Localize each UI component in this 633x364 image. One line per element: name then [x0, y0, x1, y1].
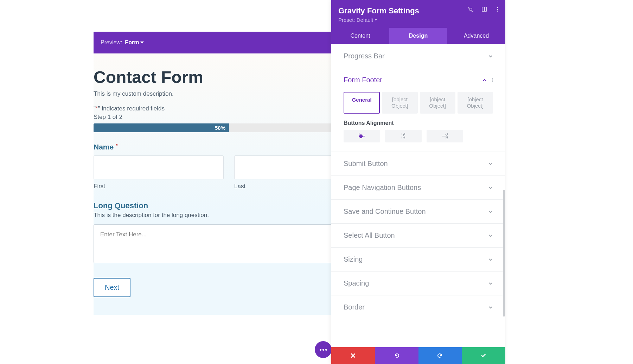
chevron-down-icon	[488, 209, 493, 214]
section-progress-bar[interactable]: Progress Bar	[331, 44, 505, 68]
section-spacing[interactable]: Spacing	[331, 271, 505, 295]
floating-action-button[interactable]	[315, 341, 332, 358]
panel-header-icons	[468, 6, 500, 12]
section-page-navigation-buttons[interactable]: Page Navigation Buttons	[331, 175, 505, 199]
subtab-4[interactable]: [object Object]	[458, 92, 493, 114]
more-options-icon[interactable]	[495, 6, 500, 12]
align-right-button[interactable]	[427, 130, 463, 142]
form-title: Contact Form	[94, 68, 364, 87]
long-question-input[interactable]	[94, 224, 364, 263]
required-fields-note: "*" indicates required fields	[94, 105, 364, 112]
tab-content[interactable]: Content	[331, 28, 389, 44]
save-button[interactable]	[462, 347, 505, 364]
name-row: First Last	[94, 155, 364, 190]
step-indicator: Step 1 of 2	[94, 114, 364, 121]
panel-preset-dropdown[interactable]: Preset: Default	[338, 17, 498, 23]
chevron-down-icon	[488, 185, 493, 190]
redo-button[interactable]	[418, 347, 462, 364]
caret-down-icon	[375, 19, 377, 21]
section-select-all-button[interactable]: Select All Button	[331, 223, 505, 247]
more-options-icon[interactable]	[492, 78, 493, 82]
align-right-icon	[442, 133, 448, 139]
name-field-label: Name *	[94, 143, 364, 151]
form-footer-subtabs: General [object Object] [object Object] …	[344, 92, 493, 114]
panel-header: Gravity Form Settings Preset: Default	[331, 0, 505, 28]
tab-advanced[interactable]: Advanced	[447, 28, 505, 44]
subtab-3[interactable]: [object Object]	[420, 92, 455, 114]
section-save-continue-button[interactable]: Save and Continue Button	[331, 199, 505, 223]
section-sizing[interactable]: Sizing	[331, 247, 505, 271]
chevron-down-icon	[488, 305, 493, 310]
section-form-footer[interactable]: Form Footer	[331, 68, 505, 92]
sections-scroll[interactable]: Progress Bar Form Footer General [object…	[331, 44, 505, 347]
align-center-icon	[402, 133, 405, 139]
preview-dropdown-value: Form	[125, 39, 139, 46]
caret-down-icon	[140, 41, 144, 44]
first-name-input[interactable]	[94, 155, 224, 179]
alignment-buttons	[344, 130, 493, 142]
progress-fill: 50%	[94, 123, 229, 132]
align-center-button[interactable]	[385, 130, 422, 142]
undo-button[interactable]	[375, 347, 418, 364]
align-left-button[interactable]	[344, 130, 380, 142]
long-question-label: Long Question	[94, 201, 364, 210]
scrollbar-thumb[interactable]	[503, 190, 505, 317]
settings-panel: Gravity Form Settings Preset: Default Co…	[331, 0, 505, 364]
preview-dropdown[interactable]: Form	[125, 39, 144, 46]
panel-bottom-bar	[331, 347, 505, 364]
progress-percent: 50%	[215, 125, 225, 131]
preview-label: Preview:	[101, 39, 122, 46]
chevron-down-icon	[488, 281, 493, 286]
panel-tabs: Content Design Advanced	[331, 28, 505, 44]
subtab-2[interactable]: [object Object]	[382, 92, 417, 114]
chevron-up-icon	[482, 78, 487, 83]
align-left-icon	[359, 133, 365, 139]
buttons-alignment-label: Buttons Alignment	[344, 120, 493, 126]
preview-bar: Preview: Form	[94, 32, 364, 53]
section-border[interactable]: Border	[331, 295, 505, 313]
first-name-sublabel: First	[94, 183, 224, 190]
close-button[interactable]	[331, 347, 375, 364]
chevron-down-icon	[488, 257, 493, 262]
chevron-down-icon	[488, 161, 493, 166]
form-body: Contact Form This is my custom descripti…	[94, 53, 364, 315]
first-name-col: First	[94, 155, 224, 190]
chevron-down-icon	[488, 233, 493, 238]
form-description: This is my custom description.	[94, 90, 364, 97]
form-footer-content: General [object Object] [object Object] …	[331, 92, 505, 152]
next-button[interactable]: Next	[94, 278, 130, 297]
chevron-down-icon	[488, 54, 493, 59]
subtab-general[interactable]: General	[344, 92, 380, 114]
panel-layout-icon[interactable]	[481, 6, 487, 12]
svg-rect-0	[470, 8, 472, 10]
progress-bar: 50%	[94, 123, 364, 132]
tab-design[interactable]: Design	[389, 28, 447, 44]
section-submit-button[interactable]: Submit Button	[331, 152, 505, 175]
svg-rect-1	[482, 7, 486, 11]
long-question-desc: This is the description for the long que…	[94, 212, 364, 219]
responsive-icon[interactable]	[468, 6, 474, 12]
